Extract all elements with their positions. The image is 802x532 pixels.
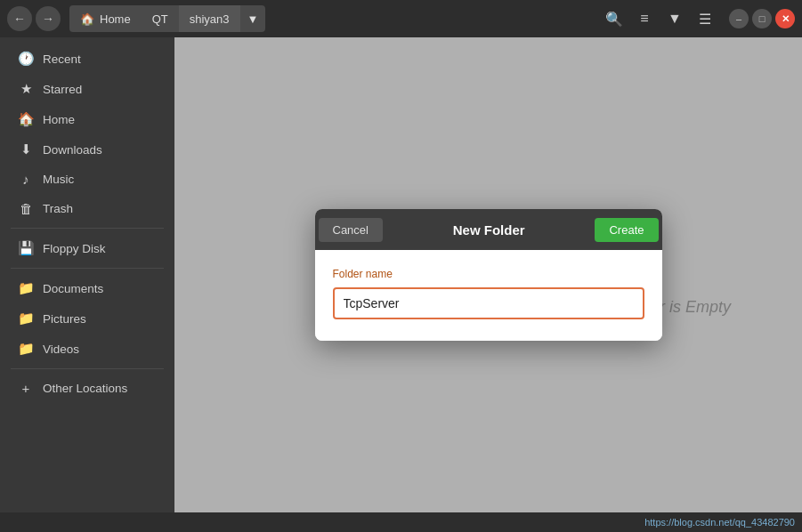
- menu-button[interactable]: ☰: [692, 5, 718, 32]
- sort-button[interactable]: ▼: [661, 5, 688, 32]
- breadcrumb-home[interactable]: 🏠 Home: [69, 5, 142, 32]
- sidebar-item-home[interactable]: 🏠 Home: [4, 105, 171, 133]
- sidebar-item-floppy-disk[interactable]: 💾 Floppy Disk: [4, 234, 171, 262]
- menu-icon: ☰: [699, 11, 711, 28]
- window-controls: – □ ✕: [729, 9, 795, 28]
- sidebar-item-starred[interactable]: ★ Starred: [4, 75, 171, 103]
- sidebar-item-downloads[interactable]: ⬇ Downloads: [4, 135, 171, 164]
- status-link[interactable]: https://blog.csdn.net/qq_43482790: [644, 517, 795, 528]
- search-icon: 🔍: [605, 11, 623, 28]
- dialog-overlay: Cancel New Folder Create Folder name: [174, 37, 802, 512]
- floppy-disk-icon: 💾: [18, 240, 34, 256]
- dialog-body: Folder name: [315, 250, 662, 341]
- pictures-icon: 📁: [18, 310, 34, 326]
- sidebar-item-documents[interactable]: 📁 Documents: [4, 274, 171, 302]
- titlebar: ← → 🏠 Home QT shiyan3 ▼ 🔍 ≡ ▼ ☰ – □ ✕: [0, 0, 802, 37]
- sort-icon: ▼: [668, 11, 682, 27]
- close-button[interactable]: ✕: [775, 9, 795, 28]
- list-view-button[interactable]: ≡: [631, 5, 658, 32]
- recent-icon: 🕐: [18, 51, 34, 67]
- sidebar-item-recent[interactable]: 🕐 Recent: [4, 44, 171, 73]
- dialog-header: Cancel New Folder Create: [315, 209, 662, 250]
- documents-icon: 📁: [18, 280, 34, 296]
- trash-icon: 🗑: [18, 201, 34, 216]
- new-folder-dialog: Cancel New Folder Create Folder name: [315, 209, 662, 341]
- home-icon: 🏠: [18, 111, 34, 127]
- chevron-down-icon: ▼: [247, 12, 259, 26]
- breadcrumb: 🏠 Home QT shiyan3 ▼: [69, 5, 265, 32]
- status-bar: https://blog.csdn.net/qq_43482790: [0, 512, 802, 532]
- cancel-button[interactable]: Cancel: [319, 218, 383, 242]
- sidebar-item-other-locations[interactable]: + Other Locations: [4, 375, 171, 402]
- main-area: 🕐 Recent ★ Starred 🏠 Home ⬇ Downloads ♪ …: [0, 37, 802, 512]
- breadcrumb-dropdown[interactable]: ▼: [240, 5, 266, 32]
- minimize-button[interactable]: –: [729, 9, 749, 28]
- folder-name-input[interactable]: [333, 287, 644, 319]
- sidebar-item-trash[interactable]: 🗑 Trash: [4, 195, 171, 222]
- sidebar: 🕐 Recent ★ Starred 🏠 Home ⬇ Downloads ♪ …: [0, 37, 174, 512]
- downloads-icon: ⬇: [18, 141, 34, 157]
- sidebar-item-music[interactable]: ♪ Music: [4, 165, 171, 193]
- breadcrumb-qt[interactable]: QT: [142, 5, 179, 32]
- create-button[interactable]: Create: [595, 218, 658, 242]
- file-area: Folder is Empty Cancel New Folder Create…: [174, 37, 802, 512]
- sidebar-divider-3: [11, 368, 164, 369]
- music-icon: ♪: [18, 172, 34, 187]
- folder-name-label: Folder name: [333, 268, 644, 280]
- videos-icon: 📁: [18, 341, 34, 357]
- forward-button[interactable]: →: [36, 6, 61, 31]
- other-locations-icon: +: [18, 381, 34, 396]
- breadcrumb-shiyan3[interactable]: shiyan3: [179, 5, 240, 32]
- back-button[interactable]: ←: [7, 6, 32, 31]
- search-button[interactable]: 🔍: [601, 5, 628, 32]
- home-icon: 🏠: [80, 12, 94, 26]
- sidebar-item-videos[interactable]: 📁 Videos: [4, 335, 171, 363]
- star-icon: ★: [18, 81, 34, 97]
- sidebar-item-pictures[interactable]: 📁 Pictures: [4, 304, 171, 333]
- sidebar-divider-2: [11, 268, 164, 269]
- maximize-button[interactable]: □: [752, 9, 772, 28]
- list-view-icon: ≡: [640, 11, 648, 27]
- sidebar-divider: [11, 228, 164, 229]
- dialog-title: New Folder: [383, 222, 595, 238]
